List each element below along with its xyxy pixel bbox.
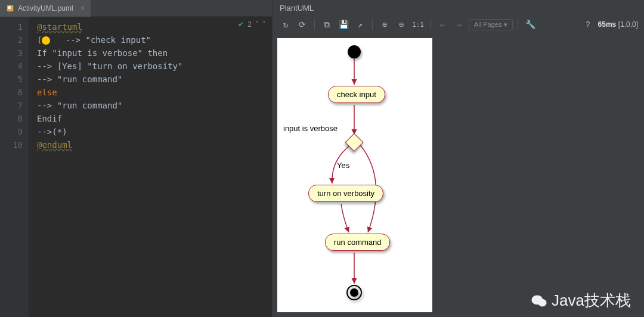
- prev-problem-icon[interactable]: ˄: [255, 20, 259, 29]
- uml-node-check-input: check input: [328, 86, 385, 103]
- code-editor[interactable]: 12345678910 @startuml( --> "check input"…: [0, 17, 272, 317]
- save-icon[interactable]: 💾: [336, 17, 351, 32]
- separator: [314, 19, 315, 30]
- diagram-arrows: [277, 38, 432, 312]
- uml-start-node: [348, 45, 361, 58]
- render-time: 65ms: [598, 20, 617, 29]
- diagram-canvas: check input input is verbose Yes turn on…: [277, 38, 432, 312]
- separator: [430, 19, 431, 30]
- wechat-icon: [531, 294, 547, 307]
- next-page-icon[interactable]: →: [452, 17, 466, 32]
- uml-node-run-command: run command: [325, 234, 390, 251]
- preview-title: PlantUML: [273, 0, 644, 16]
- pages-dropdown[interactable]: All Pages ▾: [469, 19, 513, 30]
- separator: [518, 19, 518, 30]
- export-icon[interactable]: ↗: [353, 17, 367, 32]
- next-problem-icon[interactable]: ˅: [262, 20, 266, 29]
- chevron-down-icon: ▾: [504, 21, 507, 29]
- plantuml-file-icon: [6, 4, 14, 13]
- preview-viewport[interactable]: check input input is verbose Yes turn on…: [273, 33, 644, 317]
- zoom-actual-button[interactable]: 1:1: [411, 17, 425, 32]
- svg-point-6: [538, 299, 547, 306]
- zoom-out-icon[interactable]: ⊖: [394, 17, 408, 32]
- file-tab-active[interactable]: ActivityUML.puml ×: [0, 0, 91, 17]
- refresh-icon[interactable]: ↻: [278, 17, 293, 32]
- help-icon[interactable]: ?: [586, 20, 590, 29]
- close-tab-icon[interactable]: ×: [80, 4, 85, 13]
- pages-label: All Pages: [474, 21, 501, 28]
- preview-pane: PlantUML ↻ ⟳ ⧉ 💾 ↗ ⊕ ⊖ 1:1 ← → All Pages…: [272, 0, 644, 317]
- watermark: Java技术栈: [531, 290, 631, 311]
- watermark-text: Java技术栈: [552, 290, 631, 311]
- preview-toolbar: ↻ ⟳ ⧉ 💾 ↗ ⊕ ⊖ 1:1 ← → All Pages ▾ 🔧 ? 65…: [273, 16, 644, 33]
- line-gutter: 12345678910: [0, 17, 29, 317]
- separator: [372, 19, 373, 30]
- auto-refresh-icon[interactable]: ⟳: [295, 17, 309, 32]
- render-stats: ? 65ms [1,0,0]: [586, 20, 638, 29]
- svg-rect-1: [8, 6, 11, 8]
- uml-branch-yes-label: Yes: [337, 161, 349, 170]
- editor-tab-bar: ActivityUML.puml ×: [0, 0, 272, 17]
- render-pages: [1,0,0]: [618, 20, 638, 29]
- uml-end-node: [346, 285, 362, 300]
- check-icon: ✔: [238, 20, 244, 29]
- settings-icon[interactable]: 🔧: [523, 17, 537, 32]
- inspection-count: 2: [247, 20, 252, 29]
- file-tab-label: ActivityUML.puml: [18, 4, 73, 13]
- uml-condition-label: input is verbose: [283, 124, 338, 133]
- prev-page-icon[interactable]: ←: [435, 17, 450, 32]
- uml-node-turn-on-verbosity: turn on verbosity: [308, 185, 383, 202]
- editor-pane: ActivityUML.puml × 12345678910 @startuml…: [0, 0, 272, 317]
- zoom-in-icon[interactable]: ⊕: [377, 17, 392, 32]
- copy-icon[interactable]: ⧉: [320, 17, 334, 32]
- inspection-widget[interactable]: ✔ 2 ˄ ˅: [238, 20, 266, 29]
- code-area[interactable]: @startuml( --> "check input"If "input is…: [29, 17, 272, 317]
